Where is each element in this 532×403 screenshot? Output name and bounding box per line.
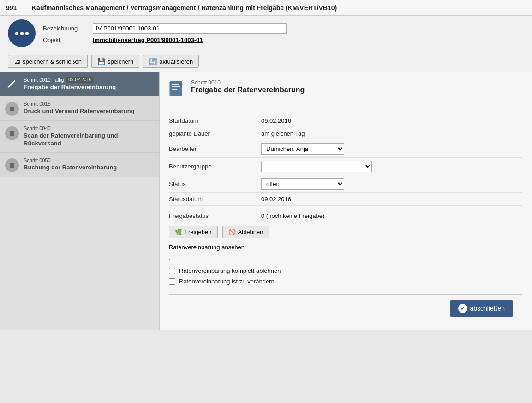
ansehen-link[interactable]: Ratenvereinbarung ansehen [169,244,245,251]
abschliessen-check-icon: ✓ [458,304,467,313]
startdatum-label: Startdatum [169,117,261,124]
save-button[interactable]: 💾 speichern [91,55,139,68]
sidebar-item-0010[interactable]: Schritt 0010 fällig 09.02.2016 Freigabe … [0,72,159,96]
sidebar-item-0015-content: Schritt 0015 Druck und Versand Ratenvere… [24,101,155,115]
benutzergruppe-select[interactable] [261,161,372,172]
top-section: Bezeichnung Objekt Immobilienvertrag P00… [0,16,532,51]
checkbox1-row: Ratenvereinbarung komplett ablehnen [169,265,522,276]
save-close-label: speichern & schließen [23,58,82,65]
sidebar-item-0015-header: Schritt 0015 [24,101,155,107]
abschliessen-button[interactable]: ✓ abschließen [450,300,514,317]
freigabe-section: Freigabestatus 0 (noch keine Freigabe) 🌿… [169,210,522,322]
avatar-dot-3 [25,32,29,35]
svg-rect-4 [10,163,12,168]
sidebar-title-0015: Druck und Versand Ratenvereinbarung [24,108,155,115]
checkbox2-input[interactable] [169,278,175,285]
status-label: Status [169,180,261,187]
checkbox2-label: Ratenvereinbarung ist zu verändern [179,278,275,285]
sidebar-title-0050: Buchung der Ratenvereinbarung [24,164,155,172]
bearbeiter-label: Bearbeiter [169,145,261,152]
checkbox1-label: Ratenvereinbarung komplett ablehnen [179,267,281,274]
ablehnen-label: Ablehnen [238,229,263,235]
svg-rect-5 [12,163,14,168]
sidebar-item-0050-content: Schritt 0050 Buchung der Ratenvereinbaru… [24,157,155,172]
fällig-label: fällig [54,77,64,83]
svg-rect-1 [12,107,14,111]
refresh-button[interactable]: 🔄 aktualisieren [143,55,199,68]
statusdatum-row: Statusdatum 09.02.2016 [169,193,522,206]
svg-rect-8 [172,86,180,87]
sidebar-item-0050-header: Schritt 0050 [24,157,155,163]
sidebar-item-0040[interactable]: Schritt 0040 Scan der Ratenvereinbarung … [0,121,159,153]
sidebar-item-0010-content: Schritt 0010 fällig 09.02.2016 Freigabe … [24,77,155,91]
sidebar-title-0010: Freigabe der Ratenvereinbarung [24,84,155,91]
checkbox1-input[interactable] [169,268,175,274]
checkbox-section: Ratenvereinbarung komplett ablehnen Rate… [169,265,522,287]
save-icon: 💾 [97,58,105,65]
toolbar: 🗂 speichern & schließen 💾 speichern 🔄 ak… [0,51,532,72]
avatar [8,19,36,47]
abschliessen-label: abschließen [470,305,505,312]
freigeben-label: Freigeben [185,229,212,235]
freigeben-button[interactable]: 🌿 Freigeben [169,226,218,238]
ablehnen-button[interactable]: 🚫 Ablehnen [222,226,269,238]
startdatum-value: 09.02.2016 [261,117,291,124]
benutzergruppe-row: Benutzergruppe [169,158,522,175]
statusdatum-label: Statusdatum [169,196,261,203]
statusdatum-value: 09.02.2016 [261,196,291,203]
sidebar-item-0050[interactable]: Schritt 0050 Buchung der Ratenvereinbaru… [0,153,159,177]
svg-rect-9 [172,89,177,90]
step-title: Freigabe der Ratenvereinbarung [191,86,305,94]
svg-rect-0 [10,107,12,111]
bezeichnung-row: Bezeichnung [43,23,287,34]
header-title: Kaufmännisches Management / Vertragsmana… [32,4,337,12]
dauer-label: geplante Dauer [169,130,261,137]
avatar-dot-2 [20,32,24,35]
sidebar-item-0040-content: Schritt 0040 Scan der Ratenvereinbarung … [24,126,155,148]
objekt-link[interactable]: Immobilienvertrag P001/99001-1003-01 [93,36,203,43]
pause-icon-0015 [5,102,19,116]
sidebar-step-label-0040: Schritt 0040 [24,126,51,131]
freigabestatus-value: 0 (noch keine Freigabe) [261,212,324,219]
sidebar-step-label-0050: Schritt 0050 [24,157,51,163]
doc-icon [169,80,185,102]
dot-separator: . [169,253,522,262]
sidebar-item-0010-header: Schritt 0010 fällig 09.02.2016 [24,77,155,83]
step-sub: Schritt 0010 [191,79,305,86]
svg-rect-7 [172,84,180,85]
sidebar-item-0015[interactable]: Schritt 0015 Druck und Versand Ratenvere… [0,96,159,121]
bearbeiter-row: Bearbeiter Dümichen, Anja [169,140,522,158]
header-number: 991 [6,4,24,12]
pause-icon-0040 [5,126,19,140]
save-close-button[interactable]: 🗂 speichern & schließen [8,55,88,68]
freigeben-icon: 🌿 [175,229,182,235]
objekt-row: Objekt Immobilienvertrag P001/99001-1003… [43,36,287,43]
benutzergruppe-label: Benutzergruppe [169,163,261,170]
dauer-row: geplante Dauer am gleichen Tag [169,127,522,140]
status-select[interactable]: offen [261,178,344,190]
pause-icon-0050 [5,158,19,172]
objekt-label: Objekt [43,36,89,43]
dauer-value: am gleichen Tag [261,130,305,137]
content-panel: Schritt 0010 Freigabe der Ratenvereinbar… [160,72,532,330]
save-close-icon: 🗂 [14,58,20,65]
bottom-bar: ✓ abschließen [169,294,522,322]
freigabestatus-label: Freigabestatus [169,212,261,219]
main-area: Schritt 0010 fällig 09.02.2016 Freigabe … [0,72,532,330]
due-date-badge-0010: 09.02.2016 [66,77,93,83]
avatar-dot-1 [15,32,18,35]
svg-rect-3 [12,131,14,136]
sidebar-step-label-0015: Schritt 0015 [24,101,51,107]
refresh-icon: 🔄 [149,58,157,65]
checkbox2-row: Ratenvereinbarung ist zu verändern [169,276,522,287]
bearbeiter-select[interactable]: Dümichen, Anja [261,143,344,155]
avatar-dots [15,32,29,35]
sidebar: Schritt 0010 fällig 09.02.2016 Freigabe … [0,72,160,330]
sidebar-title-0040: Scan der Ratenvereinbarung und Rückversa… [24,132,155,148]
pencil-icon [5,77,19,90]
content-header: Schritt 0010 Freigabe der Ratenvereinbar… [169,79,522,107]
save-label: speichern [108,58,133,65]
bezeichnung-input[interactable] [93,23,287,34]
sidebar-step-label-0010: Schritt 0010 [24,77,51,83]
freigabestatus-row: Freigabestatus 0 (noch keine Freigabe) [169,210,522,222]
